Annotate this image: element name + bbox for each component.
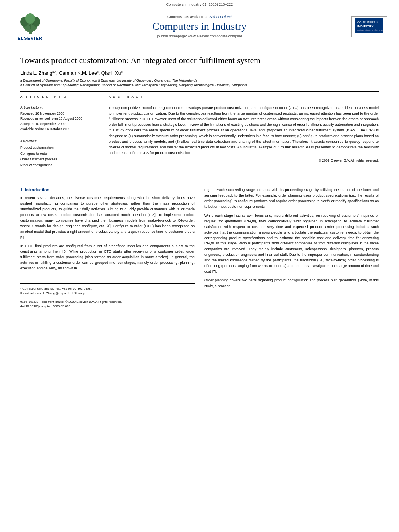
main-content: Towards product customization: An integr… xyxy=(0,45,399,314)
footnote-section: * Corresponding author. Tel.: +31 (0) 50… xyxy=(20,283,195,308)
accepted-date: Accepted 10 September 2009 xyxy=(20,121,101,127)
elsevier-tree-icon xyxy=(18,13,42,35)
history-label: Article history: xyxy=(20,105,101,109)
info-divider xyxy=(20,102,101,102)
keyword-2: Configure-to-order xyxy=(20,151,101,156)
article-info-col: A R T I C L E I N F O Article history: R… xyxy=(20,95,101,168)
body-right-para3: Order planning covers two parts regardin… xyxy=(204,278,379,289)
keyword-4: Product configuration xyxy=(20,162,101,168)
authors-line: Linda L. Zhanga,*, Carman K.M. Leeb, Qia… xyxy=(20,70,379,76)
body-left-para2: In CTO, final products are configured fr… xyxy=(20,244,195,272)
affiliations: a Department of Operations, Faculty of E… xyxy=(20,78,379,87)
homepage-url: journal homepage: www.elsevier.com/locat… xyxy=(157,34,242,38)
body-right-para1: Fig. 1. Each succeeding stage interacts … xyxy=(204,187,379,210)
elsevier-logo: ELSEVIER xyxy=(17,13,42,41)
corresponding-author: * Corresponding author. Tel.: +31 (0) 50… xyxy=(20,286,195,291)
article-title: Towards product customization: An integr… xyxy=(20,55,379,66)
body-top-divider xyxy=(20,175,379,175)
cii-icon: COMPUTERS IN INDUSTRY An international a… xyxy=(355,18,383,33)
header-banner: ELSEVIER Contents lists available at Sci… xyxy=(8,8,391,45)
received-date: Received 16 November 2008 xyxy=(20,111,101,116)
doi-line: doi:10.1016/j.compind.2009.09.003 xyxy=(20,304,195,308)
keywords-divider xyxy=(20,136,101,136)
body-left-col: 1. Introduction In recent several decade… xyxy=(20,187,195,308)
body-right-col: Fig. 1. Each succeeding stage interacts … xyxy=(204,187,379,308)
journal-ref-text: Computers in Industry 61 (2010) 213–222 xyxy=(166,2,233,6)
abstract-divider xyxy=(109,102,379,102)
svg-text:INDUSTRY: INDUSTRY xyxy=(357,25,374,28)
cii-logo-box: COMPUTERS IN INDUSTRY An international a… xyxy=(351,16,387,37)
journal-title: Computers in Industry xyxy=(152,21,247,33)
header-divider xyxy=(20,91,379,92)
email-address: E-mail address: L.Zhang@rug.nl (L.J. Zha… xyxy=(20,291,195,296)
body-section: 1. Introduction In recent several decade… xyxy=(20,183,379,308)
svg-point-4 xyxy=(25,13,35,24)
issn-line: 0166-3615/$ – see front matter © 2009 El… xyxy=(20,300,195,304)
author-zhang: Linda L. Zhang xyxy=(20,70,52,76)
copyright-text: © 2009 Elsevier B.V. All rights reserved… xyxy=(109,158,379,162)
article-info-abstract-section: A R T I C L E I N F O Article history: R… xyxy=(20,95,379,168)
cii-logo-area: COMPUTERS IN INDUSTRY An international a… xyxy=(347,8,391,45)
body-right-para2: While each stage has its own focus and, … xyxy=(204,213,379,275)
svg-text:COMPUTERS IN: COMPUTERS IN xyxy=(357,21,379,24)
elsevier-wordmark: ELSEVIER xyxy=(17,36,42,41)
contents-available-text: Contents lists available at ScienceDirec… xyxy=(167,15,232,19)
abstract-text: To stay competitive, manufacturing compa… xyxy=(109,105,379,156)
affiliation-a: a Department of Operations, Faculty of E… xyxy=(20,78,379,82)
journal-reference: Computers in Industry 61 (2010) 213–222 xyxy=(0,0,399,8)
keywords-label: Keywords: xyxy=(20,139,101,143)
elsevier-logo-area: ELSEVIER xyxy=(8,8,52,45)
sciencedirect-link[interactable]: ScienceDirect xyxy=(210,15,232,19)
zhang-sup: a,* xyxy=(52,70,56,74)
article-info-label: A R T I C L E I N F O xyxy=(20,95,101,99)
keyword-1: Product customization xyxy=(20,145,101,150)
svg-text:An international applied scien: An international applied science journal xyxy=(357,29,383,31)
intro-title: 1. Introduction xyxy=(20,187,195,192)
available-date: Available online 14 October 2009 xyxy=(20,127,101,132)
abstract-label: A B S T R A C T xyxy=(109,95,379,99)
revised-date: Received in revised form 17 August 2009 xyxy=(20,116,101,121)
page-wrapper: Computers in Industry 61 (2010) 213–222 xyxy=(0,0,399,314)
abstract-col: A B S T R A C T To stay competitive, man… xyxy=(109,95,379,168)
affiliation-b: b Division of Systems and Engineering Ma… xyxy=(20,83,379,87)
xu-sup: b xyxy=(121,70,122,74)
body-left-para1: In recent several decades, the diverse c… xyxy=(20,195,195,240)
header-center: Contents lists available at ScienceDirec… xyxy=(52,8,347,45)
keyword-3: Order fulfillment process xyxy=(20,156,101,162)
